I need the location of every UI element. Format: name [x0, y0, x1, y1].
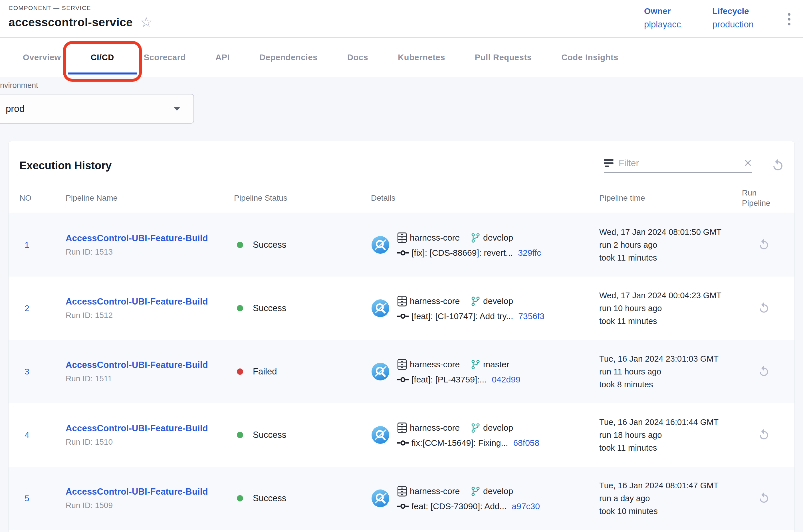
clear-filter-icon[interactable]: ✕	[744, 158, 752, 168]
pipeline-time-ago: run 11 hours ago	[599, 365, 742, 378]
filter-icon	[604, 159, 613, 167]
environment-label: Environment	[0, 81, 803, 90]
table-header: NO Pipeline Name Pipeline Status Details…	[8, 184, 795, 213]
row-number: 3	[19, 367, 65, 377]
owner-link[interactable]: plplayacc	[644, 19, 681, 30]
tab-kubernetes[interactable]: Kubernetes	[383, 38, 460, 77]
repository-icon	[397, 359, 407, 370]
status-label: Success	[253, 303, 286, 314]
run-id: Run ID: 1510	[65, 438, 234, 446]
tab-pull-requests[interactable]: Pull Requests	[460, 38, 547, 77]
commit-message: [feat]: [CI-10747]: Add try...	[412, 311, 513, 321]
ci-module-icon	[371, 425, 390, 444]
branch-name: develop	[483, 233, 513, 243]
filter-input[interactable]	[619, 158, 739, 168]
rerun-icon	[758, 365, 770, 378]
breadcrumb: COMPONENT — SERVICE	[8, 4, 152, 12]
branch-name: develop	[483, 296, 513, 306]
run-pipeline-button[interactable]	[758, 302, 770, 315]
more-options-menu-icon[interactable]	[785, 9, 793, 30]
run-pipeline-button[interactable]	[758, 365, 770, 378]
tab-bar: Overview CI/CD Scorecard API Dependencie…	[0, 38, 803, 77]
pipeline-name-link[interactable]: AccessControl-UBI-Feature-Build	[65, 233, 234, 244]
branch-icon	[471, 296, 480, 306]
col-pipeline-status: Pipeline Status	[234, 193, 371, 203]
environment-select[interactable]: prod	[0, 94, 194, 124]
status-label: Success	[253, 493, 286, 504]
row-number: 2	[19, 303, 65, 313]
run-id: Run ID: 1509	[65, 501, 234, 510]
pipeline-time-gmt: Tue, 16 Jan 2024 23:01:03 GMT	[599, 353, 742, 365]
favorite-star-icon[interactable]: ☆	[140, 15, 152, 29]
environment-field: Environment prod	[0, 81, 803, 124]
run-pipeline-button[interactable]	[758, 429, 770, 442]
pipeline-time-ago: run 10 hours ago	[599, 302, 742, 315]
commit-hash-link[interactable]: 68f058	[513, 438, 539, 448]
tab-api[interactable]: API	[200, 38, 245, 77]
branch-icon	[471, 359, 480, 370]
commit-icon	[397, 503, 409, 510]
tab-docs[interactable]: Docs	[332, 38, 383, 77]
pipeline-time-gmt: Tue, 16 Jan 2024 08:01:47 GMT	[599, 479, 742, 492]
pipeline-time-ago: run 2 hours ago	[599, 239, 742, 251]
status-dot	[237, 432, 243, 438]
status-label: Success	[253, 430, 286, 440]
repo-name: harness-core	[410, 360, 460, 369]
owner-label: Owner	[644, 6, 681, 16]
commit-message: fix:[CCM-15649]: Fixing...	[412, 438, 508, 448]
branch-name: develop	[483, 423, 513, 433]
pipeline-name-link[interactable]: AccessControl-UBI-Feature-Build	[65, 360, 234, 370]
commit-hash-link[interactable]: 329ffc	[518, 248, 541, 258]
page-title: accesscontrol-service	[8, 16, 133, 29]
repository-icon	[397, 486, 407, 497]
status-dot	[237, 368, 243, 375]
status-label: Failed	[253, 366, 277, 377]
table-row: 1 AccessControl-UBI-Feature-Build Run ID…	[8, 213, 795, 277]
pipeline-name-link[interactable]: AccessControl-UBI-Feature-Build	[65, 487, 234, 497]
pipeline-duration: took 8 minutes	[599, 378, 742, 391]
ci-module-icon	[371, 235, 390, 254]
status-dot	[237, 305, 243, 311]
col-no: NO	[19, 193, 65, 203]
status-dot	[237, 242, 243, 248]
cicd-content: Environment prod Execution History ✕	[0, 77, 803, 532]
branch-name: develop	[483, 486, 513, 496]
run-pipeline-button[interactable]	[758, 238, 770, 252]
table-row: 5 AccessControl-UBI-Feature-Build Run ID…	[8, 467, 795, 530]
col-details: Details	[371, 193, 599, 203]
branch-name: master	[483, 360, 509, 369]
ci-module-icon	[371, 299, 390, 318]
status-label: Success	[253, 240, 286, 250]
tab-overview[interactable]: Overview	[8, 38, 76, 77]
pipeline-duration: took 11 minutes	[599, 441, 742, 454]
pipeline-name-link[interactable]: AccessControl-UBI-Feature-Build	[65, 423, 234, 434]
tab-code-insights[interactable]: Code Insights	[547, 38, 633, 77]
run-id: Run ID: 1513	[65, 247, 234, 256]
pipeline-name-link[interactable]: AccessControl-UBI-Feature-Build	[65, 297, 234, 307]
pipeline-time-ago: run 18 hours ago	[599, 429, 742, 441]
refresh-button[interactable]	[771, 158, 785, 173]
tab-scorecard[interactable]: Scorecard	[129, 38, 200, 77]
table-body: 1 AccessControl-UBI-Feature-Build Run ID…	[8, 213, 795, 530]
col-pipeline-name: Pipeline Name	[65, 193, 234, 203]
pipeline-duration: took 11 minutes	[599, 251, 742, 264]
pipeline-duration: took 11 minutes	[599, 315, 742, 328]
pipeline-time-gmt: Tue, 16 Jan 2024 16:01:44 GMT	[599, 416, 742, 429]
repo-name: harness-core	[410, 486, 460, 496]
filter-box: ✕	[604, 158, 752, 173]
repository-icon	[397, 296, 407, 307]
commit-icon	[397, 249, 409, 256]
run-pipeline-button[interactable]	[758, 492, 770, 505]
run-id: Run ID: 1512	[65, 311, 234, 320]
branch-icon	[471, 422, 480, 433]
panel-title: Execution History	[19, 159, 112, 172]
row-number: 4	[19, 430, 65, 440]
tab-cicd[interactable]: CI/CD	[76, 38, 129, 77]
commit-hash-link[interactable]: 7356f3	[518, 311, 544, 321]
lifecycle-link[interactable]: production	[712, 19, 753, 30]
branch-icon	[471, 232, 480, 243]
tab-dependencies[interactable]: Dependencies	[245, 38, 332, 77]
commit-hash-link[interactable]: a97c30	[512, 501, 540, 511]
commit-hash-link[interactable]: 042d99	[492, 375, 520, 384]
active-tab-underline	[68, 73, 137, 75]
